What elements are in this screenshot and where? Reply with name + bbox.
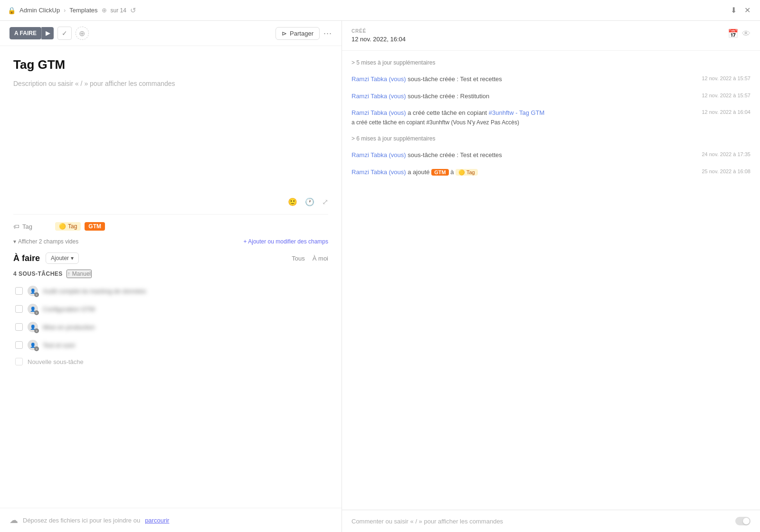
- right-header: CRÉÉ 12 nov. 2022, 16:04 📅 👁: [342, 21, 760, 51]
- tab-icon: ⊕: [102, 7, 107, 14]
- subtask-2-avatar: 👤 +: [28, 304, 38, 314]
- browse-link[interactable]: parcourir: [145, 517, 169, 524]
- upload-icon: ☁: [10, 515, 18, 525]
- created-info: CRÉÉ 12 nov. 2022, 16:04: [352, 28, 406, 43]
- breadcrumb-admin[interactable]: Admin ClickUp: [19, 7, 60, 14]
- subtask-2-checkbox[interactable]: [15, 305, 23, 313]
- breadcrumb-separator: ›: [64, 7, 66, 14]
- subtask-2-name[interactable]: Configuration GTM: [43, 306, 95, 313]
- subtasks-header: À faire Ajouter ▾ Tous À moi: [13, 245, 328, 268]
- subtask-item: 👤 + Mise en production: [13, 318, 328, 336]
- add-subtask-button[interactable]: Ajouter ▾: [46, 252, 79, 264]
- activity-time-5: 25 nov. 2022 à 16:08: [702, 168, 750, 174]
- user-link-4[interactable]: Ramzi Tabka (vous): [352, 151, 406, 159]
- download-icon[interactable]: ⬇: [729, 4, 739, 17]
- subtask-4-avatar: 👤 +: [28, 340, 38, 350]
- subtask-3-checkbox[interactable]: [15, 323, 23, 331]
- activity-item-2: Ramzi Tabka (vous) sous-tâche créée : Re…: [352, 88, 750, 105]
- subtasks-section-title: À faire: [13, 253, 40, 263]
- left-panel: A FAIRE ▶ ✓ ⊕ ⊳ Partager ··· Tag GTM Des…: [0, 21, 342, 532]
- add-field-button[interactable]: + Ajouter ou modifier des champs: [244, 238, 328, 245]
- activity-time-1: 12 nov. 2022 à 15:57: [702, 75, 750, 81]
- show-empty-fields[interactable]: ▾ Afficher 2 champs vides: [13, 238, 78, 245]
- task-title[interactable]: Tag GTM: [13, 57, 328, 72]
- new-subtask-checkbox[interactable]: [15, 358, 23, 365]
- more-updates-1[interactable]: > 5 mises à jour supplémentaires: [352, 55, 750, 71]
- clock-icon[interactable]: 🕐: [305, 197, 314, 206]
- main-layout: A FAIRE ▶ ✓ ⊕ ⊳ Partager ··· Tag GTM Des…: [0, 21, 760, 532]
- emoji-icon[interactable]: 🙂: [288, 197, 297, 206]
- activity-time-3: 12 nov. 2022 à 16:04: [702, 108, 750, 115]
- fields-section: 🏷 Tag 🟡Tag GTM ▾ Afficher 2 champs vides…: [13, 214, 328, 245]
- activity-text-1: Ramzi Tabka (vous) sous-tâche créée : Te…: [352, 75, 696, 84]
- activity-item-1: Ramzi Tabka (vous) sous-tâche créée : Te…: [352, 71, 750, 88]
- activity-item-3: Ramzi Tabka (vous) a créé cette tâche en…: [352, 104, 750, 131]
- subtask-item: 👤 + Test et suivi: [13, 336, 328, 354]
- user-link-2[interactable]: Ramzi Tabka (vous): [352, 93, 406, 100]
- filter-all[interactable]: Tous: [292, 255, 304, 262]
- filter-me[interactable]: À moi: [313, 255, 328, 262]
- drop-zone: ☁ Déposez des fichiers ici pour les join…: [0, 508, 342, 532]
- activity-item-5: Ramzi Tabka (vous) a ajouté GTM à 🟡 Tag …: [352, 164, 750, 181]
- user-link-3[interactable]: Ramzi Tabka (vous): [352, 109, 406, 116]
- more-updates-2[interactable]: > 6 mises à jour supplémentaires: [352, 131, 750, 147]
- calendar-icon[interactable]: 📅: [728, 28, 738, 39]
- subtask-3-avatar: 👤 +: [28, 322, 38, 332]
- subtask-4-name[interactable]: Test et suivi: [43, 342, 75, 349]
- lock-icon: 🔒: [8, 7, 16, 14]
- user-link-5[interactable]: Ramzi Tabka (vous): [352, 168, 406, 176]
- breadcrumb: 🔒 Admin ClickUp › Templates ⊕ sur 14 ↺: [8, 6, 136, 15]
- subtasks-count: 4 SOUS-TÂCHES: [13, 271, 63, 277]
- add-arrow-icon: ▾: [71, 255, 74, 261]
- right-panel: CRÉÉ 12 nov. 2022, 16:04 📅 👁 > 5 mises à…: [342, 21, 760, 532]
- close-icon[interactable]: ✕: [742, 4, 752, 17]
- subtask-3-name[interactable]: Mise en production: [43, 324, 95, 331]
- subtask-1-name[interactable]: Audit complet du tracking de données: [43, 288, 146, 295]
- sort-button[interactable]: ↑ Manuel: [66, 270, 92, 278]
- chevron-down-icon: ▾: [13, 238, 16, 245]
- subtasks-count-row: 4 SOUS-TÂCHES ↑ Manuel: [13, 268, 328, 282]
- activity-item-4: Ramzi Tabka (vous) sous-tâche créée : Te…: [352, 147, 750, 164]
- activity-time-4: 24 nov. 2022 à 17:35: [702, 150, 750, 157]
- user-link-1[interactable]: Ramzi Tabka (vous): [352, 75, 406, 83]
- created-date: 12 nov. 2022, 16:04: [352, 36, 406, 43]
- expand-icon[interactable]: ⤢: [322, 197, 328, 206]
- tag-icon: 🏷: [13, 223, 19, 230]
- activity-feed: > 5 mises à jour supplémentaires Ramzi T…: [342, 51, 760, 510]
- comment-placeholder[interactable]: Commenter ou saisir « / » pour afficher …: [352, 518, 735, 525]
- more-button[interactable]: ···: [323, 28, 332, 38]
- drop-text: Déposez des fichiers ici pour les joindr…: [23, 517, 140, 524]
- content-area: Tag GTM Description ou saisir « / » pour…: [0, 46, 342, 508]
- assign-button[interactable]: ⊕: [76, 27, 89, 40]
- task-link-3[interactable]: #3unhftw - Tag GTM: [489, 109, 545, 116]
- task-description[interactable]: Description ou saisir « / » pour affiche…: [13, 80, 328, 87]
- share-icon: ⊳: [282, 30, 287, 37]
- toolbar: A FAIRE ▶ ✓ ⊕ ⊳ Partager ···: [0, 21, 342, 46]
- tag-gtm-badge[interactable]: GTM: [85, 222, 105, 231]
- activity-secondary-3: a créé cette tâche en copiant #3unhftw (…: [352, 119, 519, 126]
- tag-field-row: 🏷 Tag 🟡Tag GTM: [13, 222, 328, 231]
- subtask-list: 👤 + Audit complet du tracking de données…: [13, 282, 328, 354]
- subtask-1-checkbox[interactable]: [15, 287, 23, 295]
- share-button[interactable]: ⊳ Partager: [276, 27, 320, 40]
- top-bar: 🔒 Admin ClickUp › Templates ⊕ sur 14 ↺ ⬇…: [0, 0, 760, 21]
- breadcrumb-templates[interactable]: Templates: [69, 7, 97, 14]
- new-subtask-row[interactable]: Nouvelle sous-tâche: [13, 354, 328, 369]
- new-subtask-label[interactable]: Nouvelle sous-tâche: [28, 358, 84, 365]
- subtask-4-checkbox[interactable]: [15, 341, 23, 349]
- activity-text-3: Ramzi Tabka (vous) a créé cette tâche en…: [352, 108, 696, 127]
- refresh-icon[interactable]: ↺: [130, 6, 136, 15]
- subtask-1-avatar: 👤 +: [28, 286, 38, 296]
- comment-box[interactable]: Commenter ou saisir « / » pour afficher …: [342, 510, 760, 532]
- right-header-icons: 📅 👁: [728, 28, 750, 39]
- tag-yellow-small-badge: 🟡 Tag: [456, 169, 478, 176]
- toggle-icon[interactable]: [735, 517, 750, 525]
- activity-text-5: Ramzi Tabka (vous) a ajouté GTM à 🟡 Tag: [352, 168, 696, 177]
- status-button[interactable]: A FAIRE: [10, 27, 41, 39]
- eye-icon[interactable]: 👁: [742, 29, 750, 39]
- tag-yellow-badge[interactable]: 🟡Tag: [55, 222, 81, 231]
- created-label: CRÉÉ: [352, 28, 406, 34]
- status-arrow-button[interactable]: ▶: [41, 27, 54, 39]
- page-count: sur 14: [111, 7, 126, 14]
- complete-button[interactable]: ✓: [57, 27, 72, 40]
